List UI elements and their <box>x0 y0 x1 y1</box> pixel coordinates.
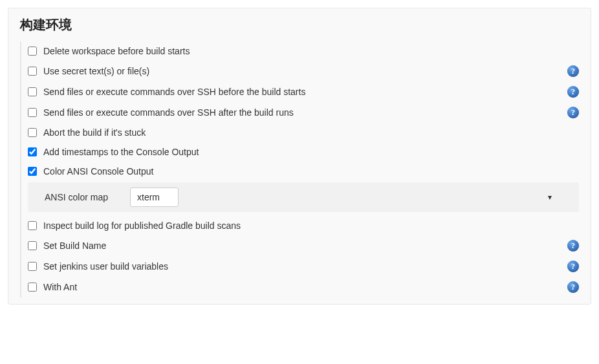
label-add-timestamps: Add timestamps to the Console Output <box>43 147 579 157</box>
label-abort-stuck: Abort the build if it's stuck <box>43 127 579 138</box>
option-abort-stuck: Abort the build if it's stuck <box>28 123 579 142</box>
option-color-ansi: Color ANSI Console Output <box>28 162 579 181</box>
help-icon[interactable]: ? <box>567 281 579 293</box>
checkbox-ssh-before[interactable] <box>28 87 37 96</box>
checkbox-color-ansi[interactable] <box>28 167 37 176</box>
option-set-build-name: Set Build Name ? <box>28 235 579 256</box>
help-icon[interactable]: ? <box>567 107 579 118</box>
option-with-ant: With Ant ? <box>28 277 579 297</box>
options-list: Delete workspace before build starts Use… <box>20 41 579 297</box>
help-icon[interactable]: ? <box>567 86 579 98</box>
ansi-color-map-row: ANSI color map xterm <box>28 182 579 212</box>
checkbox-delete-workspace[interactable] <box>28 47 37 56</box>
checkbox-add-timestamps[interactable] <box>28 147 37 156</box>
help-icon[interactable]: ? <box>567 65 579 77</box>
option-set-jenkins-vars: Set jenkins user build variables ? <box>28 256 579 277</box>
help-icon[interactable]: ? <box>567 261 579 272</box>
section-title: 构建环境 <box>20 16 579 34</box>
label-ssh-after: Send files or execute commands over SSH … <box>43 107 562 118</box>
label-delete-workspace: Delete workspace before build starts <box>43 46 579 56</box>
label-color-ansi: Color ANSI Console Output <box>43 166 579 177</box>
checkbox-set-build-name[interactable] <box>28 241 37 250</box>
option-ssh-before: Send files or execute commands over SSH … <box>28 81 579 102</box>
ansi-color-map-select-wrap: xterm <box>130 187 558 207</box>
option-use-secret: Use secret text(s) or file(s) ? <box>28 61 579 81</box>
option-ssh-after: Send files or execute commands over SSH … <box>28 102 579 123</box>
label-set-jenkins-vars: Set jenkins user build variables <box>43 261 562 272</box>
label-ssh-before: Send files or execute commands over SSH … <box>43 87 562 97</box>
label-inspect-gradle: Inspect build log for published Gradle b… <box>43 220 579 231</box>
checkbox-ssh-after[interactable] <box>28 108 37 117</box>
checkbox-inspect-gradle[interactable] <box>28 221 37 230</box>
label-set-build-name: Set Build Name <box>43 241 562 251</box>
option-add-timestamps: Add timestamps to the Console Output <box>28 142 579 162</box>
label-use-secret: Use secret text(s) or file(s) <box>43 66 562 76</box>
build-environment-panel: 构建环境 Delete workspace before build start… <box>8 8 591 305</box>
ansi-color-map-select[interactable]: xterm <box>130 187 179 207</box>
option-delete-workspace: Delete workspace before build starts <box>28 41 579 61</box>
checkbox-with-ant[interactable] <box>28 283 37 292</box>
checkbox-use-secret[interactable] <box>28 67 37 76</box>
ansi-color-map-label: ANSI color map <box>39 192 130 202</box>
checkbox-abort-stuck[interactable] <box>28 128 37 137</box>
label-with-ant: With Ant <box>43 282 562 292</box>
checkbox-set-jenkins-vars[interactable] <box>28 262 37 271</box>
option-inspect-gradle: Inspect build log for published Gradle b… <box>28 216 579 235</box>
help-icon[interactable]: ? <box>567 240 579 252</box>
